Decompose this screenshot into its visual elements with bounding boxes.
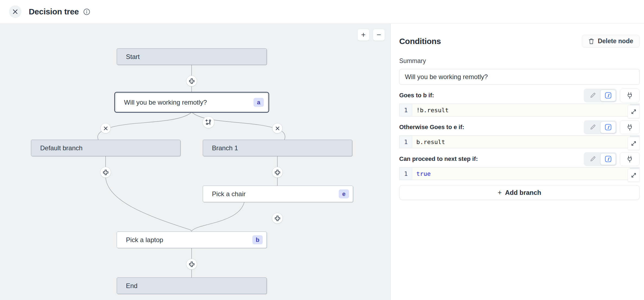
summary-input[interactable] [399, 69, 640, 85]
svg-text:f: f [607, 157, 610, 162]
fx-mode-button[interactable]: f [600, 90, 616, 101]
node-decision-selected[interactable]: Will you be working remotly? a [114, 92, 269, 113]
node-label: Branch 1 [212, 144, 348, 152]
flow-edges [0, 24, 391, 300]
pencil-mode-button[interactable] [585, 121, 600, 133]
plug-icon [626, 92, 633, 99]
expand-icon [631, 109, 637, 115]
node-pick-a-laptop[interactable]: Pick a laptop b [117, 232, 267, 248]
code-text[interactable]: b.result [416, 139, 445, 145]
pencil-icon [589, 92, 596, 99]
delete-node-button[interactable]: Delete node [582, 35, 640, 48]
line-number: 1 [400, 104, 412, 116]
editor-mode-toggle: f [584, 89, 617, 102]
plus-icon [275, 170, 280, 175]
node-label: Default branch [40, 144, 176, 152]
line-number: 1 [400, 168, 412, 180]
pencil-icon [589, 156, 596, 162]
connect-source-button[interactable] [620, 152, 640, 166]
plus-icon [103, 170, 109, 175]
svg-text:f: f [607, 93, 610, 98]
condition-label: Can proceed to next step if: [399, 155, 478, 162]
branch-split-icon [205, 119, 212, 126]
close-icon [104, 126, 108, 130]
node-default-branch[interactable]: Default branch [31, 140, 180, 156]
insert-node-button[interactable] [186, 259, 197, 270]
expand-editor-button[interactable] [628, 169, 640, 182]
insert-node-button[interactable] [100, 167, 111, 178]
condition-label: Goes to b if: [399, 92, 434, 99]
svg-text:f: f [607, 125, 610, 130]
trash-icon [588, 38, 594, 45]
node-start[interactable]: Start [117, 48, 267, 65]
node-label: Start [126, 53, 263, 61]
add-branch-button[interactable]: + Add branch [399, 185, 640, 200]
node-label: End [126, 282, 263, 290]
page-title: Decision tree [29, 7, 79, 16]
panel-title: Conditions [399, 37, 441, 46]
plus-icon: + [498, 188, 502, 197]
delete-branch-button[interactable] [272, 123, 283, 133]
line-number: 1 [400, 136, 412, 148]
code-editor[interactable]: 1 !b.result [399, 104, 640, 117]
code-editor[interactable]: 1 true [399, 167, 640, 180]
node-end[interactable]: End [117, 277, 267, 294]
node-badge: a [253, 98, 264, 107]
flow-canvas[interactable]: Start Will you be working remotly? a Def… [0, 24, 391, 300]
fx-icon: f [605, 155, 612, 162]
code-text[interactable]: true [416, 170, 431, 177]
pencil-icon [589, 124, 596, 130]
zoom-out-button[interactable]: − [373, 29, 385, 41]
connect-source-button[interactable] [620, 120, 640, 134]
plug-icon [626, 155, 633, 163]
pencil-mode-button[interactable] [585, 90, 600, 101]
delete-node-label: Delete node [598, 38, 633, 45]
info-icon[interactable] [83, 8, 90, 15]
node-label: Will you be working remotly? [124, 99, 253, 106]
expand-icon [631, 140, 637, 146]
insert-node-button[interactable] [186, 76, 197, 86]
fx-mode-button[interactable]: f [600, 153, 616, 165]
pencil-mode-button[interactable] [585, 153, 600, 165]
add-branch-node-button[interactable] [202, 116, 214, 128]
node-badge: b [252, 235, 263, 244]
plus-icon [189, 261, 195, 267]
insert-node-button[interactable] [272, 213, 283, 224]
fx-mode-button[interactable]: f [600, 121, 616, 133]
add-branch-label: Add branch [505, 189, 541, 196]
header: Decision tree [0, 0, 644, 24]
condition-label: Otherwise Goes to e if: [399, 124, 464, 131]
code-text[interactable]: !b.result [416, 107, 449, 114]
plug-icon [626, 124, 633, 131]
fx-icon: f [605, 124, 612, 131]
node-label: Pick a laptop [126, 236, 252, 244]
expand-editor-button[interactable] [628, 105, 640, 118]
node-badge: e [339, 189, 349, 198]
insert-node-button[interactable] [272, 167, 283, 178]
code-editor[interactable]: 1 b.result [399, 135, 640, 148]
editor-mode-toggle: f [584, 120, 617, 134]
expand-icon [631, 172, 637, 178]
editor-mode-toggle: f [584, 152, 617, 166]
expand-editor-button[interactable] [628, 137, 640, 150]
node-label: Pick a chair [212, 190, 339, 198]
conditions-panel: Conditions Delete node Summary Goes to b… [391, 24, 644, 300]
close-button[interactable] [9, 5, 21, 18]
close-icon [275, 126, 280, 130]
node-pick-a-chair[interactable]: Pick a chair e [203, 186, 353, 202]
zoom-in-button[interactable]: + [357, 29, 369, 41]
summary-label: Summary [399, 57, 640, 65]
plus-icon [275, 215, 280, 221]
connect-source-button[interactable] [620, 89, 640, 102]
node-branch-1[interactable]: Branch 1 [203, 140, 352, 156]
fx-icon: f [605, 92, 612, 99]
delete-branch-button[interactable] [100, 123, 111, 133]
plus-icon [189, 78, 195, 84]
close-icon [12, 9, 18, 15]
